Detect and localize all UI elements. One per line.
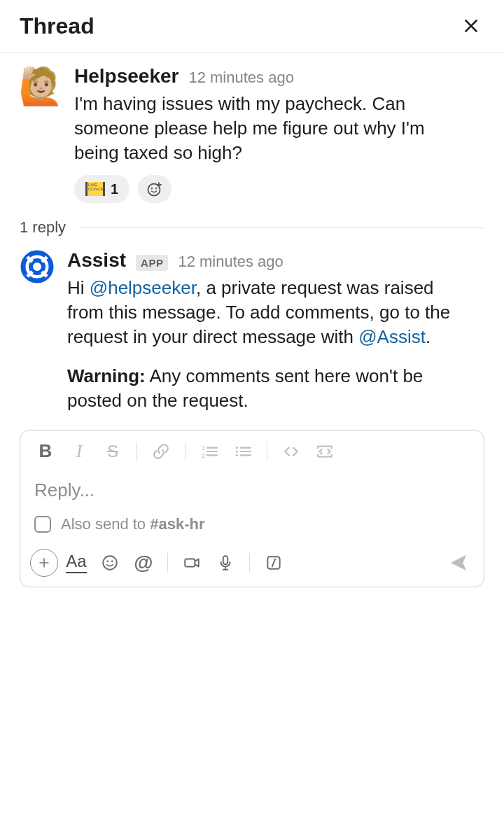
- original-message: 🙋🏼 Helpseeker 12 minutes ago I'm having …: [20, 65, 484, 203]
- reply-count: 1 reply: [20, 218, 66, 237]
- svg-point-10: [103, 556, 117, 570]
- close-thread-button[interactable]: [458, 13, 484, 39]
- message-timestamp[interactable]: 12 minutes ago: [188, 69, 293, 87]
- message-content: Helpseeker 12 minutes ago I'm having iss…: [74, 65, 484, 203]
- bold-icon: B: [39, 440, 52, 462]
- svg-rect-13: [185, 559, 195, 566]
- thread-header: Thread: [0, 0, 504, 52]
- also-send-channel: #ask-hr: [150, 515, 204, 533]
- formatting-toggle-button[interactable]: Aa: [61, 549, 92, 577]
- thread-body: 🙋🏼 Helpseeker 12 minutes ago I'm having …: [0, 52, 504, 601]
- aa-icon: Aa: [66, 552, 86, 573]
- bullet-list-icon: [234, 442, 252, 461]
- close-icon: [462, 17, 480, 35]
- separator-line: [78, 227, 484, 228]
- video-button[interactable]: [176, 549, 207, 577]
- author-name[interactable]: Helpseeker: [74, 65, 178, 88]
- svg-point-2: [155, 188, 157, 189]
- assist-avatar[interactable]: [20, 249, 55, 284]
- toolbar-separator: [249, 553, 250, 573]
- author-name[interactable]: Assist: [67, 249, 126, 272]
- mention-helpseeker[interactable]: @helpseeker: [90, 277, 196, 298]
- message-text: I'm having issues with my paycheck. Can …: [74, 92, 466, 165]
- toolbar-separator: [136, 442, 137, 461]
- italic-icon: I: [76, 441, 83, 462]
- microphone-icon: [216, 554, 234, 572]
- code-block-button[interactable]: [309, 438, 340, 465]
- code-block-icon: [316, 442, 334, 461]
- plus-icon: [37, 556, 51, 570]
- ticket-icon: LIVECONCERT: [85, 182, 105, 196]
- message-warning: Warning: Any comments sent here won't be…: [67, 364, 459, 413]
- reactions-row: LIVECONCERT 1: [74, 175, 484, 203]
- strikethrough-button[interactable]: S: [97, 438, 128, 465]
- attach-button[interactable]: [30, 549, 58, 577]
- svg-point-1: [151, 188, 153, 189]
- also-send-checkbox[interactable]: [34, 516, 51, 533]
- thread-title: Thread: [20, 13, 94, 39]
- compose-bottom-toolbar: Aa @: [20, 543, 484, 587]
- mention-button[interactable]: @: [128, 549, 159, 577]
- add-reaction-button[interactable]: [138, 175, 172, 203]
- lifebuoy-icon: [20, 250, 54, 284]
- emoji-button[interactable]: [94, 549, 125, 577]
- message-header: Helpseeker 12 minutes ago: [74, 65, 484, 88]
- also-send-pre: Also send to: [61, 515, 150, 533]
- helpseeker-avatar[interactable]: 🙋🏼: [20, 65, 62, 107]
- reaction-count: 1: [111, 181, 118, 197]
- code-icon: [282, 442, 300, 461]
- ordered-list-icon: 1 2: [200, 442, 218, 461]
- message-header: Assist APP 12 minutes ago: [67, 249, 484, 272]
- svg-point-8: [236, 450, 238, 452]
- app-badge: APP: [136, 255, 168, 271]
- link-button[interactable]: [146, 438, 176, 465]
- svg-rect-14: [223, 556, 228, 564]
- audio-button[interactable]: [210, 549, 241, 577]
- reply-separator: 1 reply: [20, 218, 484, 237]
- svg-point-12: [111, 560, 113, 562]
- svg-point-11: [106, 560, 108, 562]
- send-button[interactable]: [443, 549, 474, 577]
- svg-text:1: 1: [202, 444, 205, 451]
- compose-box: B I S 1 2: [20, 430, 484, 587]
- message-content: Assist APP 12 minutes ago Hi @helpseeker…: [67, 249, 484, 412]
- mention-assist[interactable]: @Assist: [358, 326, 426, 347]
- message-text: Hi @helpseeker, a private request was ra…: [67, 276, 459, 349]
- svg-text:2: 2: [202, 451, 205, 458]
- message-timestamp[interactable]: 12 minutes ago: [178, 253, 283, 271]
- toolbar-separator: [185, 442, 186, 461]
- toolbar-separator: [267, 442, 267, 461]
- bold-button[interactable]: B: [30, 438, 61, 465]
- link-icon: [152, 442, 170, 461]
- italic-button[interactable]: I: [64, 438, 94, 465]
- warning-label: Warning:: [67, 365, 146, 386]
- send-icon: [448, 552, 469, 573]
- svg-point-7: [236, 447, 238, 449]
- strikethrough-icon: S: [107, 442, 118, 461]
- format-toolbar: B I S 1 2: [20, 430, 484, 472]
- emoji-icon: [101, 554, 119, 572]
- code-button[interactable]: [276, 438, 307, 465]
- svg-point-9: [236, 454, 238, 456]
- also-send-label: Also send to #ask-hr: [61, 515, 204, 533]
- toolbar-separator: [167, 553, 168, 573]
- svg-point-0: [148, 184, 160, 196]
- svg-point-4: [31, 260, 43, 273]
- add-reaction-icon: [146, 181, 163, 197]
- bullet-list-button[interactable]: [227, 438, 258, 465]
- also-send-row: Also send to #ask-hr: [20, 515, 484, 543]
- video-icon: [183, 554, 201, 572]
- reply-input[interactable]: Reply...: [20, 472, 484, 515]
- text-segment: .: [426, 326, 430, 347]
- reaction-ticket[interactable]: LIVECONCERT 1: [74, 175, 130, 203]
- reply-message: Assist APP 12 minutes ago Hi @helpseeker…: [20, 249, 484, 412]
- text-segment: Hi: [67, 277, 90, 298]
- shortcuts-button[interactable]: [258, 549, 289, 577]
- ordered-list-button[interactable]: 1 2: [194, 438, 225, 465]
- slash-box-icon: [265, 554, 283, 572]
- at-icon: @: [134, 552, 153, 574]
